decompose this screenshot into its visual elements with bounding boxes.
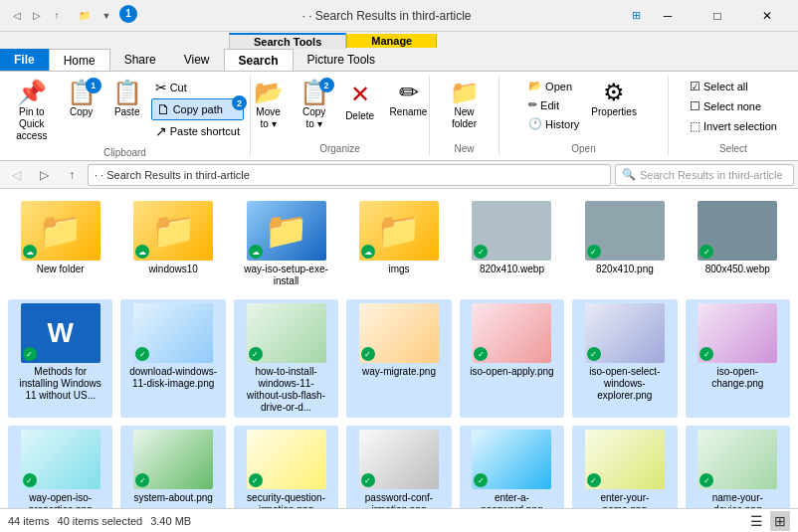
paste-button[interactable]: 📋 Paste: [105, 78, 149, 120]
tab-file[interactable]: File: [0, 49, 49, 71]
list-item[interactable]: ✓ iso-open-change.png: [686, 299, 790, 418]
new-folder-label: Newfolder: [452, 106, 477, 130]
large-icons-view-button[interactable]: ⊞: [770, 511, 790, 531]
close-button[interactable]: ✕: [744, 0, 790, 32]
list-item[interactable]: ✓ iso-open-apply.png: [460, 299, 564, 418]
file-name: download-windows-11-disk-image.png: [128, 366, 218, 390]
properties-icon: ⚙: [603, 81, 625, 104]
edit-button[interactable]: ✏ Edit: [524, 96, 583, 113]
img-thumb: ✓: [585, 303, 665, 363]
forward-icon[interactable]: ▷: [28, 7, 46, 25]
tab-home[interactable]: Home: [49, 49, 110, 71]
delete-label: Delete: [345, 110, 374, 121]
paste-icon: 📋: [112, 81, 142, 104]
address-bar[interactable]: · · Search Results in third-article: [88, 164, 611, 186]
list-item[interactable]: ✓ security-question-irmation.png: [234, 426, 338, 508]
list-item[interactable]: ✓ enter-your-name.png: [572, 426, 677, 508]
select-col: ☑ Select all ☐ Select none ⬚ Invert sele…: [686, 78, 781, 135]
paste-shortcut-button[interactable]: ↗ Paste shortcut: [151, 121, 244, 141]
quick-access-icon[interactable]: 📁: [76, 7, 94, 25]
tab-search[interactable]: Search: [224, 49, 294, 71]
tab-picture-tools[interactable]: Picture Tools: [294, 49, 389, 71]
sync-check: ✓: [699, 245, 713, 259]
list-item[interactable]: ✓ 820x410.webp: [460, 197, 564, 291]
img-thumb: ✓: [247, 303, 326, 363]
properties-button[interactable]: ⚙ Properties: [585, 78, 643, 120]
list-item[interactable]: 📁 ☁ way-iso-setup-exe-install: [234, 197, 338, 291]
sync-check: ✓: [361, 473, 375, 487]
maximize-button[interactable]: □: [695, 0, 740, 32]
copy-path-button[interactable]: 🗋 Copy path 2: [151, 98, 244, 120]
search-icon: 🔍: [622, 168, 636, 181]
quick-access-dropdown[interactable]: ▼: [98, 7, 115, 25]
delete-button[interactable]: ✕ Delete: [338, 78, 382, 124]
rename-button[interactable]: ✏ Rename: [384, 78, 434, 120]
list-item[interactable]: 📁 ☁ New folder: [8, 197, 112, 291]
open-content: 📂 Open ✏ Edit 🕐 History ⚙ Properties: [524, 78, 643, 141]
history-button[interactable]: 🕐 History: [524, 115, 583, 132]
sync-check: ✓: [23, 347, 37, 361]
select-none-button[interactable]: ☐ Select none: [686, 97, 781, 115]
up-icon[interactable]: ↑: [48, 7, 66, 25]
sync-check: ✓: [587, 245, 601, 259]
list-item[interactable]: ✓ download-windows-11-disk-image.png: [120, 299, 225, 418]
tab-view[interactable]: View: [170, 49, 224, 71]
list-item[interactable]: ✓ way-open-iso-properties.png: [8, 426, 112, 508]
list-item[interactable]: ✓ 800x450.webp: [686, 197, 790, 291]
invert-selection-button[interactable]: ⬚ Invert selection: [686, 117, 781, 135]
list-item[interactable]: 📁 ☁ windows10: [120, 197, 225, 291]
search-placeholder: Search Results in third-article: [640, 169, 783, 181]
list-item[interactable]: ✓ name-your-device.png: [686, 426, 790, 508]
pin-to-quick-access-button[interactable]: 📌 Pin to Quick access: [6, 78, 58, 145]
word-icon: W: [47, 317, 73, 349]
select-all-icon: ☑: [690, 80, 700, 93]
img-thumb: ✓: [133, 430, 213, 489]
back-icon[interactable]: ◁: [8, 7, 26, 25]
select-none-label: Select none: [703, 100, 761, 112]
cut-button[interactable]: ✂ Cut: [151, 78, 244, 97]
open-button[interactable]: 📂 Open: [524, 78, 583, 94]
list-item[interactable]: ✓ 820x410.png: [572, 197, 677, 291]
sync-check: ☁: [23, 245, 37, 259]
minimize-button[interactable]: ─: [645, 0, 691, 32]
status-right: ☰ ⊞: [746, 511, 790, 531]
list-item[interactable]: ✓ enter-a-password.png: [460, 426, 564, 508]
delete-icon: ✕: [350, 81, 370, 108]
nav-up-button[interactable]: ↑: [60, 163, 84, 187]
file-name: way-iso-setup-exe-install: [242, 264, 331, 287]
pin-label: Pin to Quick access: [12, 106, 52, 142]
img-thumb: ✓: [698, 201, 777, 261]
copy-to-button[interactable]: 📋 Copyto ▾ 2: [293, 78, 336, 133]
open-col: 📂 Open ✏ Edit 🕐 History: [524, 78, 583, 132]
pin-icon: 📌: [17, 81, 47, 104]
list-item[interactable]: ✓ way-migrate.png: [346, 299, 451, 418]
list-item[interactable]: ✓ iso-open-select-windows-explorer.png: [572, 299, 677, 418]
list-item[interactable]: ✓ how-to-install-windows-11-without-usb-…: [234, 299, 338, 418]
list-item[interactable]: 📁 ☁ imgs: [346, 197, 451, 291]
list-item[interactable]: ✓ password-conf-irmation.png: [346, 426, 451, 508]
folder-thumb: 📁 ☁: [133, 201, 213, 261]
folder-thumb: 📁 ☁: [247, 201, 326, 261]
tab-share[interactable]: Share: [110, 49, 170, 71]
nav-forward-button[interactable]: ▷: [32, 163, 56, 187]
file-name: password-conf-irmation.png: [354, 492, 444, 508]
file-name: imgs: [388, 264, 409, 275]
file-name: 820x410.png: [596, 264, 654, 275]
list-item[interactable]: ✓ system-about.png: [120, 426, 225, 508]
file-name: 800x450.webp: [705, 264, 770, 275]
list-item[interactable]: W ✓ Methods for installing Windows 11 wi…: [8, 299, 112, 418]
move-to-icon: 📂: [254, 81, 284, 104]
search-bar[interactable]: 🔍 Search Results in third-article: [615, 164, 794, 186]
select-all-button[interactable]: ☑ Select all: [686, 78, 781, 95]
new-folder-button[interactable]: 📁 Newfolder: [443, 78, 487, 133]
select-content: ☑ Select all ☐ Select none ⬚ Invert sele…: [686, 78, 781, 141]
nav-back-button[interactable]: ◁: [4, 163, 28, 187]
address-text: · · Search Results in third-article: [95, 169, 250, 181]
search-tools-context[interactable]: Search Tools: [229, 33, 346, 49]
manage-context[interactable]: Manage: [346, 34, 437, 48]
sync-check: ✓: [474, 245, 488, 259]
new-group-label: New: [454, 141, 474, 154]
move-to-button[interactable]: 📂 Moveto ▾: [247, 78, 291, 133]
details-view-button[interactable]: ☰: [746, 511, 766, 531]
copy-button[interactable]: 📋 Copy 1: [60, 78, 103, 120]
